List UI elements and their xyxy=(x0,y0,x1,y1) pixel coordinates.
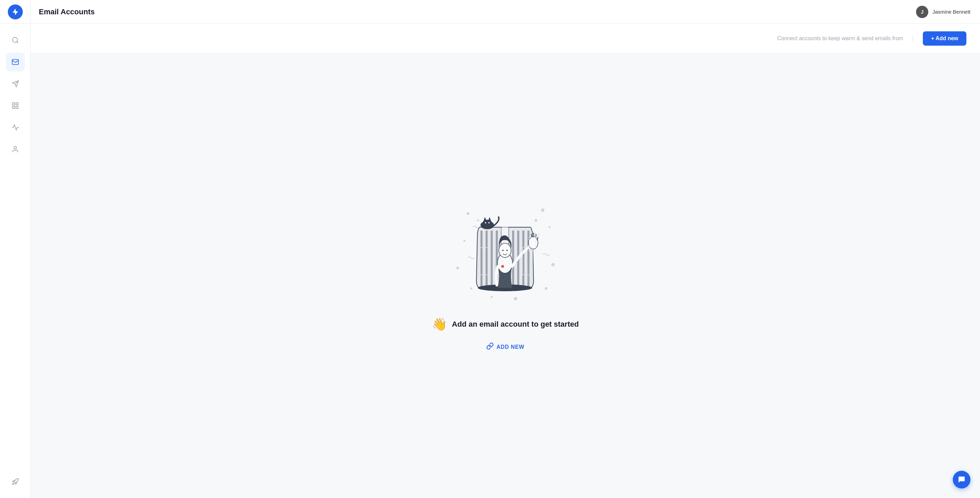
svg-point-14 xyxy=(463,240,466,242)
empty-state-title: 👋 Add an email account to get started xyxy=(432,317,579,332)
svg-point-16 xyxy=(477,219,479,222)
svg-rect-9 xyxy=(16,106,18,109)
empty-title-text: Add an email account to get started xyxy=(452,320,579,329)
svg-point-37 xyxy=(528,237,538,249)
sub-header-description: Connect accounts to keep warm & send ema… xyxy=(777,35,913,42)
svg-line-2 xyxy=(17,42,18,43)
header-left: Email Accounts xyxy=(0,0,95,24)
svg-point-35 xyxy=(502,250,504,251)
svg-point-17 xyxy=(551,263,555,267)
sidebar-item-rocket[interactable] xyxy=(6,472,25,491)
logo-area xyxy=(0,0,30,24)
svg-point-36 xyxy=(506,250,508,251)
svg-point-47 xyxy=(485,222,486,223)
svg-point-19 xyxy=(470,287,472,289)
sidebar-item-send[interactable] xyxy=(6,74,25,93)
chat-bubble-button[interactable] xyxy=(953,471,970,488)
svg-rect-8 xyxy=(12,106,14,109)
add-new-header-button[interactable]: + Add new xyxy=(923,31,966,46)
header-right: J Jasmine Bennett xyxy=(916,6,970,18)
svg-point-42 xyxy=(501,265,504,268)
main-layout: Connect accounts to keep warm & send ema… xyxy=(0,24,980,498)
svg-point-48 xyxy=(488,222,490,223)
svg-line-41 xyxy=(537,237,538,240)
sidebar-item-analytics[interactable] xyxy=(6,118,25,137)
sub-header: Connect accounts to keep warm & send ema… xyxy=(30,24,980,53)
main-content: Connect accounts to keep warm & send ema… xyxy=(30,24,980,498)
svg-point-20 xyxy=(545,287,547,290)
sidebar-item-email[interactable] xyxy=(6,53,25,72)
svg-point-21 xyxy=(514,297,517,300)
svg-rect-7 xyxy=(16,103,18,105)
svg-point-15 xyxy=(535,219,537,222)
svg-line-39 xyxy=(533,233,534,237)
wave-emoji: 👋 xyxy=(432,317,447,332)
add-new-link[interactable]: ADD NEW xyxy=(486,342,524,351)
svg-rect-3 xyxy=(12,60,18,65)
sidebar-item-search[interactable] xyxy=(6,31,25,50)
svg-marker-46 xyxy=(488,217,491,221)
link-icon xyxy=(486,342,494,351)
sidebar xyxy=(0,24,30,498)
sidebar-bottom xyxy=(6,472,25,491)
svg-marker-0 xyxy=(13,8,18,15)
empty-state: 👋 Add an email account to get started AD… xyxy=(30,53,980,498)
svg-point-13 xyxy=(549,226,550,228)
user-avatar: J xyxy=(916,6,928,18)
svg-point-12 xyxy=(541,209,544,212)
user-name: Jasmine Bennett xyxy=(932,9,970,14)
svg-point-22 xyxy=(491,296,493,298)
sidebar-item-account[interactable] xyxy=(6,140,25,159)
add-new-link-label: ADD NEW xyxy=(496,344,524,350)
svg-point-18 xyxy=(456,267,459,270)
sidebar-item-templates[interactable] xyxy=(6,96,25,115)
page-title: Email Accounts xyxy=(39,8,95,16)
app-header: Email Accounts J Jasmine Bennett xyxy=(0,0,980,24)
svg-point-34 xyxy=(499,243,511,257)
app-logo xyxy=(8,5,23,19)
svg-marker-45 xyxy=(484,217,487,221)
svg-point-10 xyxy=(14,147,16,149)
empty-state-illustration xyxy=(447,200,563,309)
svg-rect-6 xyxy=(12,103,14,105)
svg-point-11 xyxy=(466,212,469,215)
